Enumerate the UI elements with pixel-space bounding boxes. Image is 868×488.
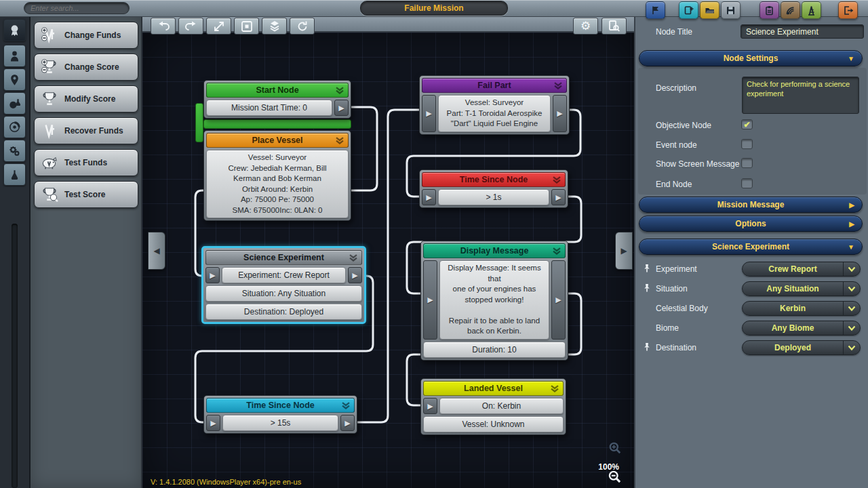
checkbox-show-screen-message[interactable] [741,158,753,168]
dropdown-chevron[interactable] [843,262,860,276]
input-port[interactable]: ▶ [205,267,220,283]
input-port[interactable]: ▶ [423,398,437,414]
node-param[interactable]: Vessel: SurveyorPart: T-1 Toroidal Aeros… [438,95,551,132]
node-param[interactable]: > 15s [222,415,338,431]
node-param[interactable]: Duration: 10 [423,342,566,358]
dropdown-biome[interactable]: Any Biome [742,321,861,336]
node-header[interactable]: Time Since Node [422,172,566,187]
input-port[interactable]: ▶ [422,95,436,132]
node-param[interactable]: Mission Start Time: 0 [206,100,332,116]
frame-button[interactable] [234,18,259,35]
palette-item-recover-funds[interactable]: Recover Funds [34,117,138,144]
node-header[interactable]: Landed Vessel [423,381,564,396]
description-textarea[interactable]: Check for performing a science experimen… [742,77,859,114]
dropdown-experiment[interactable]: Crew Report [742,262,861,277]
node-header[interactable]: Time Since Node [206,398,355,413]
search-input[interactable] [24,2,130,14]
node-param[interactable]: Destination: Deployed [205,304,362,320]
node-header[interactable]: Start Node [206,83,349,98]
mission-check-button[interactable] [601,18,627,35]
node-header[interactable]: Display Message [423,243,566,258]
settings-gear-button[interactable]: ⚙ [573,18,598,35]
node-fail-part[interactable]: Fail Part▶Vessel: SurveyorPart: T-1 Toro… [419,75,570,135]
reset-view-button[interactable] [290,18,315,35]
node-param[interactable]: Experiment: Crew Report [222,267,346,283]
checkbox-objective-node[interactable]: ✔ [741,119,753,129]
node-landed-vessel[interactable]: Landed Vessel▶On: KerbinVessel: Unknown [420,378,566,435]
input-port[interactable]: ▶ [422,189,436,205]
node-science-experiment[interactable]: Science Experiment▶Experiment: Crew Repo… [201,246,366,324]
output-port[interactable]: ▶ [340,415,355,431]
node-title: Start Node [256,85,298,95]
output-port[interactable]: ▶ [553,95,567,132]
node-start-node[interactable]: Start NodeMission Start Time: 0▶ [203,80,351,119]
checkbox-event-node[interactable] [741,139,753,149]
dropdown-celestial-body[interactable]: Kerbin [742,301,861,316]
section-node-settings[interactable]: Node Settings ▼ [639,50,863,66]
agency-flag-button[interactable] [646,1,665,19]
mission-canvas[interactable]: Start NodeMission Start Time: 0▶Place Ve… [142,33,634,488]
collapse-right-panel-tab[interactable]: ▶ [615,232,633,270]
output-port[interactable]: ▶ [551,189,566,205]
sidebar-tab-resources[interactable] [3,163,26,186]
scale-button[interactable] [206,18,231,35]
sidebar-tab-systems[interactable] [3,140,26,162]
layers-button[interactable] [262,18,287,35]
mission-title[interactable]: Failure Mission [360,1,508,16]
launch-mission-button[interactable] [802,1,821,19]
node-param[interactable]: > 1s [438,189,549,205]
palette-item-change-funds[interactable]: Change Funds [34,22,138,49]
dropdown-situation[interactable]: Any Situation [742,281,861,296]
node-time-since-node-1[interactable]: Time Since Node▶> 1s▶ [419,169,568,208]
sidebar-tab-scoring[interactable] [3,19,26,41]
dropdown-chevron[interactable] [843,321,860,335]
zoom-out-button[interactable] [608,470,622,487]
node-param[interactable]: Situation: Any Situation [205,285,362,302]
dropdown-chevron[interactable] [843,341,860,354]
zoom-in-button[interactable] [608,441,622,458]
validate-mission-button[interactable] [760,1,779,19]
node-display-message[interactable]: Display Message▶Display Message: It seem… [420,241,568,361]
collapse-left-panel-tab[interactable]: ◀ [148,232,165,270]
sidebar-tab-kerbals[interactable] [3,45,26,67]
sidebar-tab-orbits[interactable] [3,116,26,138]
node-param[interactable]: Vessel: SurveyorCrew: Jebediah Kerman, B… [206,150,349,218]
palette-item-test-funds[interactable]: Test Funds [34,149,138,176]
zoom-out-icon [608,470,622,484]
node-param[interactable]: Vessel: Unknown [423,416,564,432]
section-options[interactable]: Options ▶ [639,216,863,232]
new-mission-button[interactable] [679,1,698,19]
node-place-vessel[interactable]: Place VesselVessel: SurveyorCrew: Jebedi… [203,130,351,221]
palette-item-change-score[interactable]: Change Score [34,54,138,81]
dropdown-chevron[interactable] [843,282,860,296]
save-mission-button[interactable] [721,1,741,19]
checkbox-end-node[interactable] [741,178,753,188]
section-mission-message[interactable]: Mission Message ▶ [639,197,863,213]
node-header[interactable]: Place Vessel [206,133,349,148]
undo-button[interactable] [151,18,176,35]
dropdown-destination[interactable]: Deployed [742,340,861,355]
palette-scrollbar[interactable] [12,224,18,488]
sidebar-tab-location[interactable] [3,68,26,91]
node-time-since-node-2[interactable]: Time Since Node▶> 15s▶ [203,395,357,434]
exit-builder-button[interactable] [838,1,858,19]
category-tab-strip [0,17,31,488]
node-header[interactable]: Fail Part [422,78,567,93]
output-port[interactable]: ▶ [334,100,349,116]
redo-button[interactable] [178,18,203,35]
palette-item-modify-score[interactable]: Modify Score [34,85,138,113]
dropdown-chevron[interactable] [843,302,860,315]
input-port[interactable]: ▶ [206,415,220,431]
open-mission-button[interactable] [700,1,719,19]
node-title-input[interactable] [741,24,864,39]
node-param[interactable]: On: Kerbin [439,398,564,414]
output-port[interactable]: ▶ [348,267,362,283]
palette-item-test-score[interactable]: Test Score [34,181,138,208]
tracking-dish-button[interactable] [781,1,800,19]
output-port[interactable]: ▶ [551,260,566,340]
node-header[interactable]: Science Experiment [205,250,362,265]
input-port[interactable]: ▶ [423,260,437,340]
node-param[interactable]: Display Message: It seems thatone of you… [439,260,549,340]
sidebar-tab-science-parts[interactable] [3,92,26,115]
section-science-experiment[interactable]: Science Experiment ▼ [639,239,863,255]
